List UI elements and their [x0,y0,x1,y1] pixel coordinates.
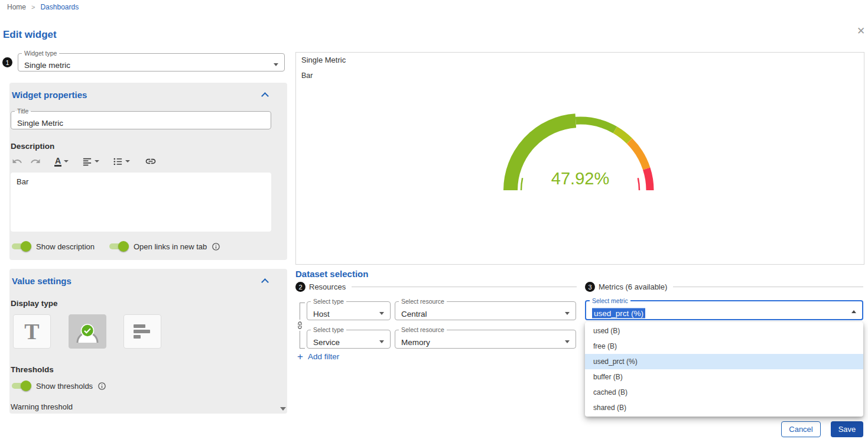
widget-type-select[interactable]: Widget type Single metric [18,50,285,71]
title-field-value: Single Metric [17,119,63,128]
select-resource-label: Select resource [399,298,447,304]
chevron-down-icon [125,160,130,162]
gauge-value: 47.92% [551,169,609,188]
resources-label: Resources [309,282,348,291]
display-type-text-button[interactable]: T [13,314,51,349]
chevron-down-icon [379,340,384,343]
metric-option[interactable]: buffer (B) [585,369,863,385]
select-type-value: Host [313,309,330,318]
link-button[interactable] [145,155,157,167]
display-type-label: Display type [11,299,58,308]
select-type-field[interactable]: Select type Service [307,327,391,349]
show-thresholds-label: Show thresholds [36,382,93,391]
close-icon[interactable]: ✕ [856,25,866,37]
metric-option[interactable]: cached (B) [585,385,863,400]
undo-icon [12,156,22,167]
info-icon[interactable] [212,242,220,251]
chevron-down-icon [274,63,278,66]
plus-icon: + [297,352,303,361]
align-button[interactable] [82,157,99,167]
description-text: Bar [17,177,28,186]
show-thresholds-toggle[interactable] [11,381,31,391]
metric-option[interactable]: used (B) [585,323,863,339]
title-field-label: Title [15,108,31,114]
step-2-badge: 2 [295,282,305,292]
display-type-bar-button[interactable] [123,314,161,349]
metrics-group-header: 3 Metrics (6 available) [585,282,863,292]
thresholds-label: Thresholds [11,365,54,374]
list-button[interactable] [113,157,130,167]
open-links-label: Open links in new tab [134,242,207,251]
description-editor[interactable]: Bar [11,173,271,232]
page-title: Edit widget [3,29,57,41]
title-field[interactable]: Title Single Metric [11,108,271,129]
undo-button[interactable] [12,156,22,167]
preview-description: Bar [301,71,313,80]
show-description-toggle[interactable] [11,241,31,252]
dataset-selection-heading: Dataset selection [295,269,368,279]
select-resource-field[interactable]: Select resource Central [395,298,576,320]
selected-check-icon [80,324,95,340]
select-resource-value: Memory [401,337,430,346]
step-3-badge: 3 [585,282,595,292]
bar-chart-icon [134,324,151,339]
text-color-icon: A [54,157,61,167]
select-metric-field[interactable]: Select metric used_prct (%) [585,298,863,320]
select-metric-value: used_prct (%) [592,308,645,318]
widget-properties-heading: Widget properties [12,90,87,100]
redo-button[interactable] [30,156,41,167]
select-type-label: Select type [311,298,346,304]
text-display-icon: T [24,320,39,343]
chevron-down-icon [565,340,570,343]
resources-group-header: 2 Resources [295,282,577,292]
breadcrumb-dashboards-link[interactable]: Dashboards [40,3,79,11]
metric-option[interactable]: free (B) [585,339,863,354]
select-resource-field[interactable]: Select resource Memory [395,327,576,349]
cancel-button[interactable]: Cancel [781,421,821,437]
breadcrumb-separator-icon: > [31,4,35,11]
scroll-down-icon[interactable] [280,407,286,411]
description-toggles-row: Show description Open links in new tab [11,241,220,252]
chevron-down-icon [565,312,570,315]
thresholds-toggle-row: Show thresholds [11,381,106,391]
add-filter-button[interactable]: + Add filter [297,352,339,361]
show-description-label: Show description [36,242,95,251]
metric-dropdown: used (B) free (B) used_prct (%) buffer (… [585,322,863,417]
save-button[interactable]: Save [831,421,863,437]
warning-threshold-label: Warning threshold [11,402,73,411]
value-settings-heading: Value settings [12,276,71,286]
add-filter-label: Add filter [308,352,339,361]
divider [352,287,577,287]
description-toolbar: A [12,155,157,167]
metric-option-selected[interactable]: used_prct (%) [585,354,863,369]
select-type-label: Select type [311,327,346,333]
chevron-down-icon [95,160,99,162]
align-left-icon [82,157,92,167]
link-icon [145,155,157,167]
breadcrumb-home-link[interactable]: Home [7,3,26,11]
display-type-gauge-button[interactable] [69,314,106,349]
link-chain-icon [295,320,305,331]
chevron-up-icon [851,310,856,313]
select-resource-label: Select resource [399,327,447,333]
chevron-down-icon [64,160,69,162]
edit-widget-screen: Home > Dashboards Edit widget ✕ 1 Widget… [0,0,868,439]
divider [673,287,863,287]
open-links-toggle[interactable] [108,241,129,252]
select-type-field[interactable]: Select type Host [307,298,391,320]
select-type-value: Service [313,337,340,346]
breadcrumb: Home > Dashboards [7,3,79,11]
select-resource-value: Central [401,309,427,318]
redo-icon [30,156,41,167]
description-label: Description [11,142,54,151]
chevron-down-icon [379,312,384,315]
select-metric-label: Select metric [590,298,630,304]
widget-type-value: Single metric [24,61,70,70]
gauge-chart: 47.92% [492,102,669,199]
info-icon[interactable] [97,382,106,391]
metrics-label: Metrics (6 available) [599,282,669,291]
step-1-badge: 1 [2,57,12,67]
metric-option[interactable]: shared (B) [585,400,863,415]
text-color-button[interactable]: A [54,157,69,167]
list-bulleted-icon [113,157,123,167]
